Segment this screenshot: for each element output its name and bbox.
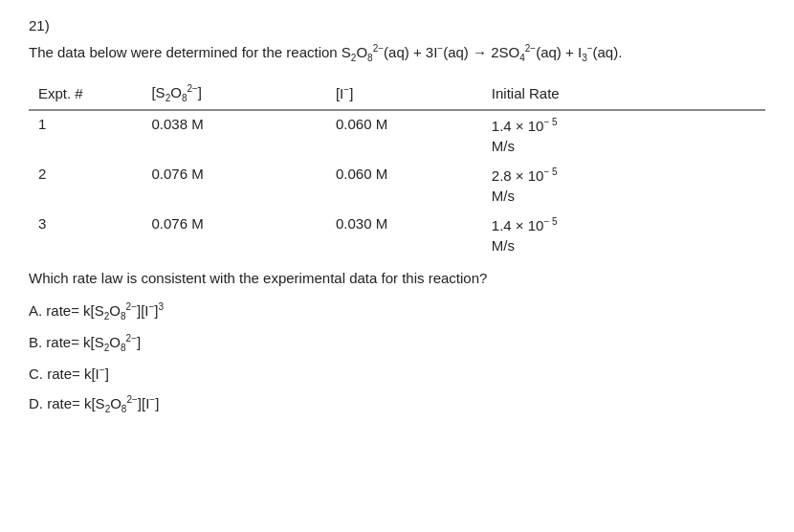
which-question: Which rate law is consistent with the ex… [29,270,765,286]
table-row: 1 0.038 M 0.060 M 1.4 × 10− 5 M/s [29,110,765,161]
i-2: 0.060 M [326,161,482,211]
s2o8-1: 0.038 M [142,110,326,161]
header-expt: Expt. # [29,79,142,110]
option-b: B. rate= k[S2O82−] [29,331,765,355]
question-text: The data below were determined for the r… [29,41,765,66]
expt-1: 1 [29,110,142,161]
rate-1: 1.4 × 10− 5 M/s [482,110,765,161]
rate-2: 2.8 × 10− 5 M/s [482,161,765,211]
data-table: Expt. # [S2O82−] [I−] Initial Rate 1 0.0… [29,79,765,260]
s2o8-2: 0.076 M [142,161,326,211]
rate-3: 1.4 × 10− 5 M/s [482,211,765,260]
i-1: 0.060 M [326,110,482,161]
header-s2o8: [S2O82−] [142,79,326,110]
question-number: 21) [29,17,765,33]
option-c: C. rate= k[I−] [29,363,765,386]
table-row: 2 0.076 M 0.060 M 2.8 × 10− 5 M/s [29,161,765,211]
table-wrapper: Expt. # [S2O82−] [I−] Initial Rate 1 0.0… [29,79,765,260]
s2o8-3: 0.076 M [142,211,326,260]
option-d: D. rate= k[S2O82−][I−] [29,392,765,416]
expt-2: 2 [29,161,142,211]
i-3: 0.030 M [326,211,482,260]
expt-3: 3 [29,211,142,260]
option-a: A. rate= k[S2O82−][I−]3 [29,299,765,323]
table-row: 3 0.076 M 0.030 M 1.4 × 10− 5 M/s [29,211,765,260]
header-i: [I−] [326,79,482,110]
header-rate: Initial Rate [482,79,765,110]
